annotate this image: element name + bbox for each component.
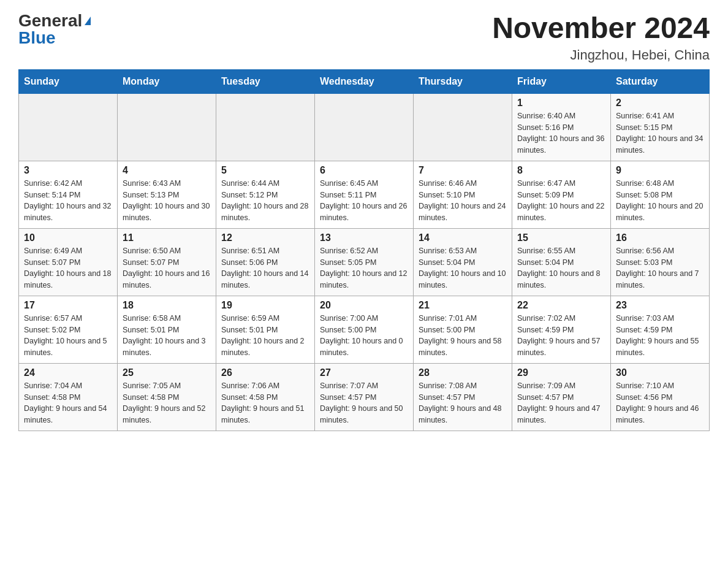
day-number: 29	[517, 367, 605, 378]
weekday-header-monday: Monday	[118, 69, 216, 93]
day-number: 10	[24, 232, 112, 243]
day-number: 17	[24, 300, 112, 311]
title-area: November 2024 Jingzhou, Hebei, China	[492, 12, 710, 63]
weekday-header-wednesday: Wednesday	[315, 69, 414, 93]
calendar-cell: 11Sunrise: 6:50 AMSunset: 5:07 PMDayligh…	[118, 228, 216, 296]
weekday-header-saturday: Saturday	[611, 69, 710, 93]
calendar-cell: 18Sunrise: 6:58 AMSunset: 5:01 PMDayligh…	[118, 296, 216, 363]
calendar-cell: 12Sunrise: 6:51 AMSunset: 5:06 PMDayligh…	[216, 228, 315, 296]
day-number: 28	[419, 367, 507, 378]
day-info: Sunrise: 6:59 AMSunset: 5:01 PMDaylight:…	[221, 313, 309, 359]
day-info: Sunrise: 7:09 AMSunset: 4:57 PMDaylight:…	[517, 380, 605, 426]
day-number: 14	[419, 232, 507, 243]
calendar-cell: 29Sunrise: 7:09 AMSunset: 4:57 PMDayligh…	[512, 363, 611, 431]
day-number: 23	[616, 300, 704, 311]
day-number: 7	[419, 165, 507, 176]
calendar-cell: 26Sunrise: 7:06 AMSunset: 4:58 PMDayligh…	[216, 363, 315, 431]
calendar-cell: 19Sunrise: 6:59 AMSunset: 5:01 PMDayligh…	[216, 296, 315, 363]
calendar-cell: 30Sunrise: 7:10 AMSunset: 4:56 PMDayligh…	[611, 363, 710, 431]
calendar-cell: 13Sunrise: 6:52 AMSunset: 5:05 PMDayligh…	[315, 228, 414, 296]
location-title: Jingzhou, Hebei, China	[492, 47, 710, 63]
day-info: Sunrise: 7:03 AMSunset: 4:59 PMDaylight:…	[616, 313, 704, 359]
day-number: 8	[517, 165, 605, 176]
weekday-header-row: SundayMondayTuesdayWednesdayThursdayFrid…	[19, 69, 710, 93]
calendar-cell: 22Sunrise: 7:02 AMSunset: 4:59 PMDayligh…	[512, 296, 611, 363]
calendar-cell	[414, 93, 512, 161]
day-info: Sunrise: 7:06 AMSunset: 4:58 PMDaylight:…	[221, 380, 309, 426]
day-info: Sunrise: 6:53 AMSunset: 5:04 PMDaylight:…	[419, 245, 507, 291]
month-title: November 2024	[492, 12, 710, 45]
calendar-cell	[118, 93, 216, 161]
day-number: 27	[320, 367, 408, 378]
day-info: Sunrise: 6:58 AMSunset: 5:01 PMDaylight:…	[123, 313, 211, 359]
calendar-cell	[216, 93, 315, 161]
day-number: 2	[616, 98, 704, 109]
day-info: Sunrise: 6:48 AMSunset: 5:08 PMDaylight:…	[616, 178, 704, 224]
day-info: Sunrise: 6:56 AMSunset: 5:03 PMDaylight:…	[616, 245, 704, 291]
day-number: 30	[616, 367, 704, 378]
day-number: 18	[123, 300, 211, 311]
calendar-cell: 7Sunrise: 6:46 AMSunset: 5:10 PMDaylight…	[414, 161, 512, 228]
calendar-week-row: 24Sunrise: 7:04 AMSunset: 4:58 PMDayligh…	[19, 363, 710, 431]
calendar-cell: 16Sunrise: 6:56 AMSunset: 5:03 PMDayligh…	[611, 228, 710, 296]
logo: General Blue	[18, 12, 91, 47]
day-number: 26	[221, 367, 309, 378]
day-number: 12	[221, 232, 309, 243]
calendar-cell: 6Sunrise: 6:45 AMSunset: 5:11 PMDaylight…	[315, 161, 414, 228]
logo-blue-text: Blue	[18, 29, 56, 47]
calendar-week-row: 10Sunrise: 6:49 AMSunset: 5:07 PMDayligh…	[19, 228, 710, 296]
header: General Blue November 2024 Jingzhou, Heb…	[18, 12, 710, 63]
day-info: Sunrise: 6:52 AMSunset: 5:05 PMDaylight:…	[320, 245, 408, 291]
day-number: 13	[320, 232, 408, 243]
day-info: Sunrise: 6:42 AMSunset: 5:14 PMDaylight:…	[24, 178, 112, 224]
calendar-week-row: 17Sunrise: 6:57 AMSunset: 5:02 PMDayligh…	[19, 296, 710, 363]
calendar-table: SundayMondayTuesdayWednesdayThursdayFrid…	[18, 69, 710, 431]
calendar-cell: 4Sunrise: 6:43 AMSunset: 5:13 PMDaylight…	[118, 161, 216, 228]
calendar-cell: 17Sunrise: 6:57 AMSunset: 5:02 PMDayligh…	[19, 296, 118, 363]
calendar-cell	[315, 93, 414, 161]
day-info: Sunrise: 6:41 AMSunset: 5:15 PMDaylight:…	[616, 110, 704, 156]
calendar-cell: 3Sunrise: 6:42 AMSunset: 5:14 PMDaylight…	[19, 161, 118, 228]
calendar-cell: 14Sunrise: 6:53 AMSunset: 5:04 PMDayligh…	[414, 228, 512, 296]
calendar-cell	[19, 93, 118, 161]
day-number: 16	[616, 232, 704, 243]
day-info: Sunrise: 6:47 AMSunset: 5:09 PMDaylight:…	[517, 178, 605, 224]
day-number: 5	[221, 165, 309, 176]
calendar-week-row: 1Sunrise: 6:40 AMSunset: 5:16 PMDaylight…	[19, 93, 710, 161]
weekday-header-sunday: Sunday	[19, 69, 118, 93]
calendar-cell: 28Sunrise: 7:08 AMSunset: 4:57 PMDayligh…	[414, 363, 512, 431]
day-info: Sunrise: 7:04 AMSunset: 4:58 PMDaylight:…	[24, 380, 112, 426]
day-info: Sunrise: 6:55 AMSunset: 5:04 PMDaylight:…	[517, 245, 605, 291]
day-info: Sunrise: 7:00 AMSunset: 5:00 PMDaylight:…	[320, 313, 408, 359]
calendar-cell: 24Sunrise: 7:04 AMSunset: 4:58 PMDayligh…	[19, 363, 118, 431]
day-number: 24	[24, 367, 112, 378]
calendar-week-row: 3Sunrise: 6:42 AMSunset: 5:14 PMDaylight…	[19, 161, 710, 228]
day-info: Sunrise: 7:01 AMSunset: 5:00 PMDaylight:…	[419, 313, 507, 359]
calendar-cell: 5Sunrise: 6:44 AMSunset: 5:12 PMDaylight…	[216, 161, 315, 228]
calendar-cell: 25Sunrise: 7:05 AMSunset: 4:58 PMDayligh…	[118, 363, 216, 431]
day-number: 21	[419, 300, 507, 311]
day-number: 3	[24, 165, 112, 176]
calendar-cell: 21Sunrise: 7:01 AMSunset: 5:00 PMDayligh…	[414, 296, 512, 363]
day-number: 11	[123, 232, 211, 243]
day-info: Sunrise: 6:43 AMSunset: 5:13 PMDaylight:…	[123, 178, 211, 224]
day-number: 25	[123, 367, 211, 378]
calendar-cell: 2Sunrise: 6:41 AMSunset: 5:15 PMDaylight…	[611, 93, 710, 161]
day-info: Sunrise: 6:50 AMSunset: 5:07 PMDaylight:…	[123, 245, 211, 291]
calendar-cell: 8Sunrise: 6:47 AMSunset: 5:09 PMDaylight…	[512, 161, 611, 228]
calendar-cell: 9Sunrise: 6:48 AMSunset: 5:08 PMDaylight…	[611, 161, 710, 228]
day-info: Sunrise: 6:51 AMSunset: 5:06 PMDaylight:…	[221, 245, 309, 291]
day-number: 15	[517, 232, 605, 243]
calendar-cell: 20Sunrise: 7:00 AMSunset: 5:00 PMDayligh…	[315, 296, 414, 363]
day-info: Sunrise: 6:57 AMSunset: 5:02 PMDaylight:…	[24, 313, 112, 359]
calendar-cell: 1Sunrise: 6:40 AMSunset: 5:16 PMDaylight…	[512, 93, 611, 161]
day-info: Sunrise: 6:46 AMSunset: 5:10 PMDaylight:…	[419, 178, 507, 224]
logo-general-text: General	[18, 12, 82, 29]
day-number: 20	[320, 300, 408, 311]
day-number: 22	[517, 300, 605, 311]
day-info: Sunrise: 6:44 AMSunset: 5:12 PMDaylight:…	[221, 178, 309, 224]
calendar-cell: 27Sunrise: 7:07 AMSunset: 4:57 PMDayligh…	[315, 363, 414, 431]
day-info: Sunrise: 7:10 AMSunset: 4:56 PMDaylight:…	[616, 380, 704, 426]
weekday-header-thursday: Thursday	[414, 69, 512, 93]
day-number: 6	[320, 165, 408, 176]
